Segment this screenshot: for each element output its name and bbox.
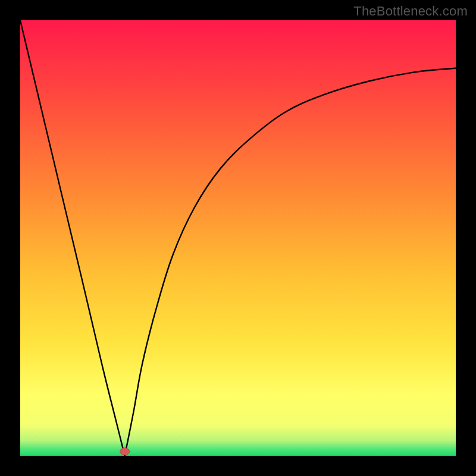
chart-container <box>20 20 456 456</box>
optimal-point-marker <box>120 448 130 455</box>
watermark-text: TheBottleneck.com <box>353 4 468 19</box>
bottleneck-curve-chart <box>20 20 456 456</box>
gradient-background <box>20 20 456 456</box>
